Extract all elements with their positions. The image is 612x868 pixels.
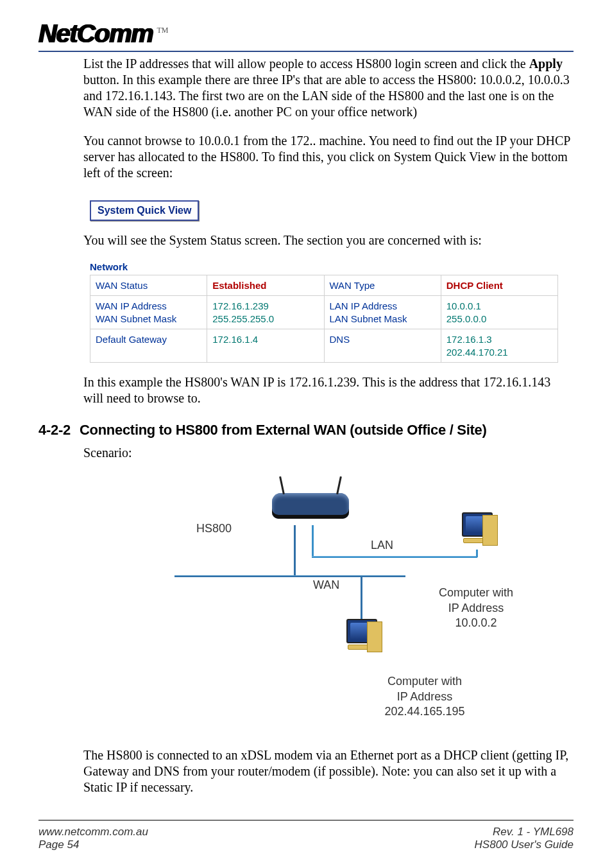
footer-page: Page 54 [38, 838, 148, 851]
p1-part-a: List the IP addresses that will allow pe… [83, 56, 529, 71]
lan-ip-labels: LAN IP Address LAN Subnet Mask [324, 296, 441, 329]
table-row: WAN Status Established WAN Type DHCP Cli… [90, 275, 558, 296]
p1-part-b: button. In this example there are three … [83, 73, 570, 119]
lan-ip-values: 10.0.0.1 255.0.0.0 [441, 296, 557, 329]
computer-icon [457, 512, 495, 543]
section-title: Connecting to HS800 from External WAN (o… [80, 422, 486, 438]
wan-ip-labels: WAN IP Address WAN Subnet Mask [90, 296, 207, 329]
header-rule [38, 51, 574, 52]
wan-status-value: Established [207, 275, 324, 296]
footer-guide: HS800 User's Guide [475, 838, 574, 851]
paragraph-2: You cannot browse to 10.0.0.1 from the 1… [83, 133, 574, 181]
footer-rule [38, 820, 574, 820]
brand-logo: NetComm TM [38, 19, 574, 48]
wan-type-label: WAN Type [324, 275, 441, 296]
table-row: Default Gateway 172.16.1.4 DNS 172.16.1.… [90, 329, 558, 363]
computer-bottom-label: Computer with IP Address 202.44.165.195 [361, 674, 489, 719]
p1-bold-apply: Apply [529, 56, 563, 71]
dns-values: 172.16.1.3 202.44.170.21 [441, 329, 557, 363]
paragraph-5: Scenario: [83, 445, 574, 461]
network-status-panel: Network WAN Status Established WAN Type … [90, 261, 558, 363]
footer-url: www.netcomm.com.au [38, 826, 148, 838]
lan-line-v [312, 525, 314, 557]
lan-line-h [312, 556, 477, 558]
computer-top-label: Computer with IP Address 10.0.0.2 [418, 586, 534, 630]
dns-label: DNS [324, 329, 441, 363]
footer-rev: Rev. 1 - YML698 [475, 826, 574, 838]
section-heading: 4-2-2Connecting to HS800 from External W… [38, 422, 574, 438]
wan-ip-values: 172.16.1.239 255.255.255.0 [207, 296, 324, 329]
router-label: HS800 [196, 521, 232, 536]
paragraph-3: You will see the System Status screen. T… [83, 232, 574, 248]
wan-type-value: DHCP Client [441, 275, 557, 296]
network-table: WAN Status Established WAN Type DHCP Cli… [90, 275, 558, 363]
logo-tm: TM [157, 26, 168, 35]
network-diagram: HS800 LAN WAN Computer with IP Address [83, 474, 574, 734]
system-quick-view-button[interactable]: System Quick View [90, 200, 199, 221]
router-icon [272, 493, 349, 532]
table-row: WAN IP Address WAN Subnet Mask 172.16.1.… [90, 296, 558, 329]
logo-text: NetComm [38, 19, 153, 48]
wan-status-label: WAN Status [90, 275, 207, 296]
computer-icon [341, 619, 380, 650]
page-footer: www.netcomm.com.au Page 54 Rev. 1 - YML6… [38, 826, 574, 851]
wan-line-v2 [361, 577, 362, 625]
network-title: Network [90, 261, 558, 273]
gateway-label: Default Gateway [90, 329, 207, 363]
lan-label: LAN [371, 538, 393, 553]
gateway-value: 172.16.1.4 [207, 329, 324, 363]
paragraph-1: List the IP addresses that will allow pe… [83, 56, 574, 120]
wan-line-v1 [294, 525, 296, 577]
wan-line-h [174, 575, 405, 577]
lan-line-pc [476, 550, 478, 557]
paragraph-4: In this example the HS800's WAN IP is 17… [83, 374, 574, 406]
wan-label: WAN [313, 578, 339, 593]
paragraph-6: The HS800 is connected to an xDSL modem … [83, 747, 574, 795]
section-number: 4-2-2 [38, 422, 80, 438]
